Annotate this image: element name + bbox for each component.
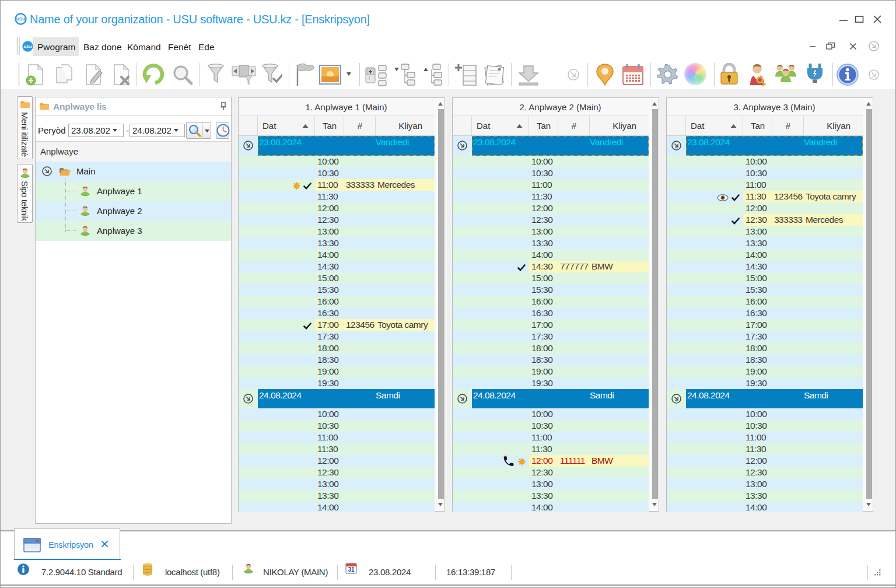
svg-text:usu: usu	[23, 44, 32, 49]
svg-text:usu: usu	[16, 16, 26, 22]
svg-text:31: 31	[348, 566, 355, 573]
